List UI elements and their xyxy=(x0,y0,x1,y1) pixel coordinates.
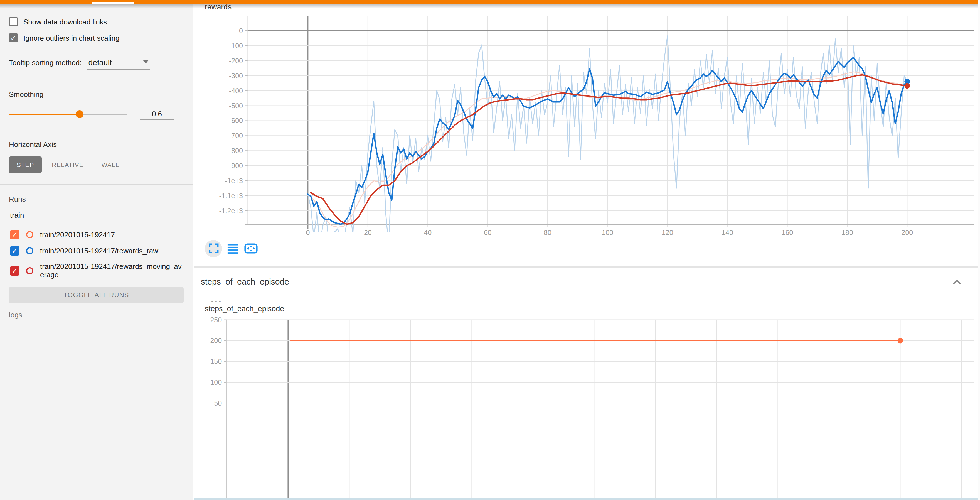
settings-sidebar: ✓ Show data download links ✓ Ignore outl… xyxy=(0,4,193,500)
run-label: train/20201015-192417/rewards_raw xyxy=(40,247,183,255)
svg-text:-200: -200 xyxy=(229,57,243,65)
fit-domain-button[interactable] xyxy=(244,242,258,255)
run-selector-menu-button[interactable] xyxy=(227,242,239,254)
scrollbar-rail[interactable] xyxy=(978,0,980,500)
svg-text:250: 250 xyxy=(210,316,222,324)
check-icon: ✓ xyxy=(12,267,18,274)
svg-text:200: 200 xyxy=(210,337,222,344)
sidebar-divider xyxy=(0,184,192,185)
axis-step-button[interactable]: STEP xyxy=(9,156,42,173)
section-title: steps_of_each_episode xyxy=(201,277,289,286)
svg-text:100: 100 xyxy=(210,378,222,386)
fullscreen-icon xyxy=(207,242,220,255)
horizontal-axis-label: Horizontal Axis xyxy=(9,140,184,149)
sidebar-divider xyxy=(0,131,192,131)
active-tab-indicator[interactable] xyxy=(92,2,134,4)
svg-text:50: 50 xyxy=(214,399,222,407)
fit-to-data-icon xyxy=(244,242,258,255)
svg-text:0: 0 xyxy=(306,229,310,236)
svg-text:-1e+3: -1e+3 xyxy=(225,177,243,185)
check-icon: ✓ xyxy=(12,247,18,255)
svg-text:120: 120 xyxy=(662,229,673,236)
svg-text:-300: -300 xyxy=(229,72,243,80)
run-color-circle-icon[interactable] xyxy=(26,231,33,238)
run-row-main[interactable]: ✓ train/20201015-192417 xyxy=(10,230,184,239)
check-icon: ✓ xyxy=(10,34,16,41)
run-checkbox-icon[interactable]: ✓ xyxy=(10,266,19,275)
checkbox-icon[interactable]: ✓ xyxy=(9,17,18,26)
collapse-section-button[interactable] xyxy=(952,277,962,287)
smoothing-row xyxy=(9,108,184,120)
checkbox-label: Show data download links xyxy=(23,18,107,26)
svg-text:-100: -100 xyxy=(229,42,243,49)
svg-text:-800: -800 xyxy=(229,147,243,154)
steps-section-header[interactable]: steps_of_each_episode xyxy=(194,266,978,295)
run-checkbox-icon[interactable]: ✓ xyxy=(10,246,19,256)
slider-fill xyxy=(9,114,80,115)
chart-toolbar xyxy=(205,239,263,257)
run-row-rewards-moving-average[interactable]: ✓ train/20201015-192417/rewards_moving_a… xyxy=(10,262,184,279)
rewards-chart[interactable]: 0-100-200-300-400-500-600-700-800-900-1e… xyxy=(194,0,980,262)
axis-wall-button[interactable]: WALL xyxy=(94,156,127,173)
sidebar-divider xyxy=(0,81,192,81)
svg-text:0: 0 xyxy=(239,27,243,35)
run-color-circle-icon[interactable] xyxy=(26,267,33,274)
chevron-up-icon xyxy=(952,279,962,285)
svg-text:200: 200 xyxy=(902,229,913,236)
steps-chart-title: steps_of_each_episode xyxy=(205,304,284,313)
svg-text:160: 160 xyxy=(782,229,793,236)
check-icon: ✓ xyxy=(10,18,16,25)
svg-text:150: 150 xyxy=(210,357,222,365)
rewards-chart-title: rewards xyxy=(205,3,232,11)
tooltip-sorting-label: Tooltip sorting method: xyxy=(9,59,82,67)
svg-text:20: 20 xyxy=(364,229,372,236)
svg-text:-500: -500 xyxy=(229,102,243,110)
run-label: train/20201015-192417/rewards_moving_ave… xyxy=(40,262,183,279)
smoothing-value-input[interactable] xyxy=(140,108,173,120)
svg-text:-700: -700 xyxy=(229,132,243,140)
svg-text:-900: -900 xyxy=(229,162,243,170)
svg-text:40: 40 xyxy=(424,229,431,236)
svg-text:60: 60 xyxy=(484,229,492,236)
check-icon: ✓ xyxy=(12,231,18,238)
slider-thumb[interactable] xyxy=(76,110,83,118)
menu-lines-icon xyxy=(227,242,239,254)
logs-label: logs xyxy=(9,311,184,319)
horizontal-axis-toggle-group: STEP RELATIVE WALL xyxy=(9,156,184,173)
checkbox-label: Ignore outliers in chart scaling xyxy=(23,34,119,42)
tooltip-sorting-row: Tooltip sorting method: default xyxy=(9,58,184,70)
expand-chart-button[interactable] xyxy=(205,240,222,257)
run-label: train/20201015-192417 xyxy=(40,231,183,239)
svg-text:300: 300 xyxy=(210,301,222,303)
smoothing-slider[interactable] xyxy=(9,108,127,120)
svg-text:80: 80 xyxy=(544,229,552,236)
toggle-all-runs-button[interactable]: TOGGLE ALL RUNS xyxy=(9,287,184,303)
checkbox-icon[interactable]: ✓ xyxy=(9,33,18,42)
svg-text:-400: -400 xyxy=(229,87,243,95)
axis-relative-button[interactable]: RELATIVE xyxy=(44,156,91,173)
svg-text:-1.2e+3: -1.2e+3 xyxy=(219,207,243,215)
ignore-outliers-checkbox-row[interactable]: ✓ Ignore outliers in chart scaling xyxy=(9,32,184,43)
show-download-links-checkbox-row[interactable]: ✓ Show data download links xyxy=(9,16,184,27)
run-row-rewards-raw[interactable]: ✓ train/20201015-192417/rewards_raw xyxy=(10,246,184,256)
tooltip-sorting-value: default xyxy=(89,58,112,67)
svg-text:180: 180 xyxy=(842,229,853,236)
smoothing-label: Smoothing xyxy=(9,90,184,99)
runs-label: Runs xyxy=(9,195,184,203)
app-header-bar xyxy=(0,0,980,4)
run-color-circle-icon[interactable] xyxy=(26,247,33,255)
steps-chart[interactable]: 40035030025020015010050 xyxy=(194,301,980,500)
run-filter-input[interactable] xyxy=(9,210,184,223)
bottom-hairline xyxy=(194,498,980,500)
svg-text:100: 100 xyxy=(602,229,614,236)
svg-text:-600: -600 xyxy=(229,117,243,124)
run-checkbox-icon[interactable]: ✓ xyxy=(10,230,19,239)
svg-text:140: 140 xyxy=(722,229,733,236)
tooltip-sorting-select[interactable]: default xyxy=(88,58,150,70)
dropdown-arrow-icon xyxy=(143,60,149,64)
tensorboard-page: ✓ Show data download links ✓ Ignore outl… xyxy=(0,0,980,500)
svg-text:-1.1e+3: -1.1e+3 xyxy=(219,192,243,200)
